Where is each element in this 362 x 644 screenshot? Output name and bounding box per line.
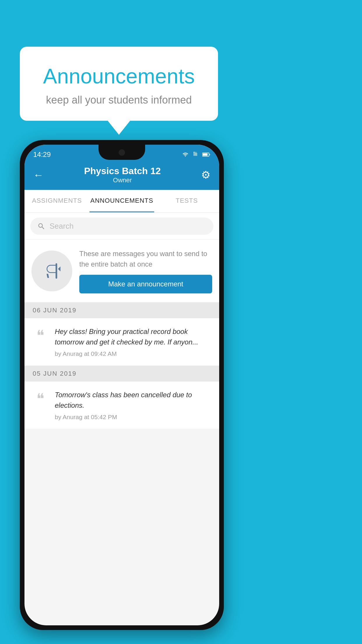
search-bar-wrap: Search <box>24 213 219 240</box>
signal-icon <box>192 152 200 158</box>
announcement-cta: These are messages you want to send to t… <box>24 240 219 302</box>
make-announcement-button[interactable]: Make an announcement <box>79 275 212 293</box>
date-separator-1: 06 JUN 2019 <box>24 302 219 318</box>
announcement-text-2: Tomorrow's class has been cancelled due … <box>55 390 212 411</box>
svg-rect-1 <box>203 153 208 156</box>
quote-icon-1: ❝ <box>31 328 49 343</box>
header-subtitle: Owner <box>44 176 201 184</box>
header-title: Physics Batch 12 <box>44 166 201 176</box>
app-header: ← Physics Batch 12 Owner ⚙ <box>24 161 219 190</box>
phone-frame: 14:29 ← <box>20 140 224 630</box>
search-placeholder: Search <box>50 222 73 231</box>
battery-icon <box>202 152 210 158</box>
status-icons <box>181 152 210 158</box>
search-bar[interactable]: Search <box>30 218 213 235</box>
settings-icon[interactable]: ⚙ <box>201 169 210 181</box>
megaphone-circle <box>31 251 72 291</box>
quote-icon-2: ❝ <box>31 391 49 406</box>
announcement-bubble: Announcements keep all your students inf… <box>20 47 218 121</box>
bubble-title: Announcements <box>34 64 203 88</box>
date-separator-2: 05 JUN 2019 <box>24 366 219 382</box>
search-icon <box>37 222 45 230</box>
announcement-meta-2: by Anurag at 05:42 PM <box>55 414 212 421</box>
megaphone-icon <box>42 261 62 281</box>
bubble-subtitle: keep all your students informed <box>34 94 203 106</box>
tabs-bar: ASSIGNMENTS ANNOUNCEMENTS TESTS <box>24 190 219 213</box>
tab-tests[interactable]: TESTS <box>154 190 219 212</box>
announcement-item-2[interactable]: ❝ Tomorrow's class has been cancelled du… <box>24 382 219 429</box>
announcement-content-1: Hey class! Bring your practical record b… <box>55 326 212 357</box>
announcement-content-2: Tomorrow's class has been cancelled due … <box>55 390 212 421</box>
announcement-meta-1: by Anurag at 09:42 AM <box>55 350 212 357</box>
phone-inner: 14:29 ← <box>22 142 222 628</box>
announcement-item-1[interactable]: ❝ Hey class! Bring your practical record… <box>24 318 219 366</box>
camera <box>119 149 125 156</box>
back-button[interactable]: ← <box>33 169 44 181</box>
announcement-text-1: Hey class! Bring your practical record b… <box>55 326 212 347</box>
tab-assignments[interactable]: ASSIGNMENTS <box>24 190 89 212</box>
cta-right: These are messages you want to send to t… <box>79 249 212 293</box>
notch <box>99 145 145 160</box>
tab-announcements[interactable]: ANNOUNCEMENTS <box>89 190 154 212</box>
cta-description: These are messages you want to send to t… <box>79 249 212 270</box>
phone-screen: 14:29 ← <box>24 145 219 625</box>
status-time: 14:29 <box>33 150 51 159</box>
wifi-icon <box>181 152 189 158</box>
header-center: Physics Batch 12 Owner <box>44 166 201 184</box>
